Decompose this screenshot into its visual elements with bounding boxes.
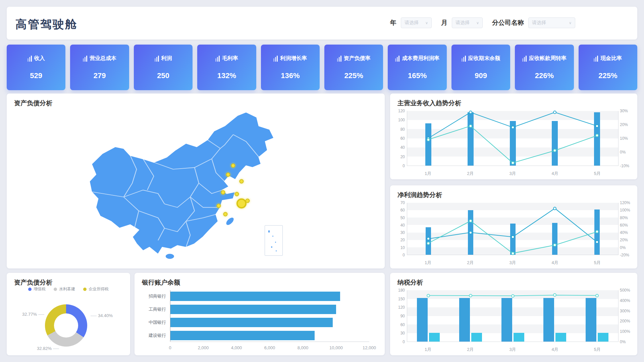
bank-balance-bar [170, 318, 333, 327]
left-axis-ticks: 1801501209060300 [392, 288, 405, 344]
bank-name-label: 中国银行 [143, 319, 166, 325]
panel-title: 银行账户余额 [142, 278, 180, 287]
axis-tick: 100 [398, 118, 405, 122]
plot-area[interactable] [407, 290, 619, 342]
line-point-marker [595, 230, 599, 233]
legend-dot [83, 288, 87, 291]
city-marker[interactable] [239, 179, 244, 184]
kpi-card-value: 279 [70, 71, 129, 80]
axis-tick: 60 [400, 136, 405, 141]
axis-tick: 100% [620, 208, 630, 213]
kpi-card-title: 利润增长率 [280, 55, 307, 62]
china-outline [89, 112, 274, 254]
kpi-card-header: 利润 [134, 55, 193, 62]
bank-balance-panel: 银行账户余额 招商银行工商银行中国银行建设银行 02,0004,0006,000… [135, 273, 385, 355]
kpi-card-header: 现金比率 [579, 55, 637, 62]
x-axis-label: 1月 [425, 171, 431, 177]
bar-track [170, 292, 369, 301]
branch-filter-label: 分公司名称 [492, 18, 524, 27]
bank-balance-bar [170, 331, 315, 340]
city-marker[interactable] [231, 164, 235, 168]
axis-tick: 40% [620, 230, 628, 235]
line-point-marker [595, 294, 599, 297]
x-axis-label: 3月 [509, 260, 516, 266]
kpi-card-value: 225% [324, 71, 383, 80]
bank-row: 中国银行 [143, 318, 369, 327]
city-marker[interactable] [235, 192, 239, 196]
axis-tick: 400% [620, 298, 630, 303]
line-point-marker [595, 134, 599, 137]
legend-item[interactable]: 增值税 [28, 286, 46, 292]
kpi-card-title: 利润 [161, 55, 172, 62]
branch-select[interactable]: 请选择 ∨ [528, 17, 575, 28]
kpi-card: 利润增长率136% [261, 45, 320, 90]
net-profit-trend-panel: 净利润趋势分析 706050403020100120%100%80%60%40%… [390, 185, 637, 268]
kpi-card-value: 132% [197, 71, 256, 80]
axis-tick: 120% [620, 200, 630, 205]
city-marker[interactable] [221, 190, 225, 195]
left-axis-ticks: 120100806040200 [392, 109, 405, 168]
plot-area[interactable] [407, 111, 619, 166]
kpi-card: 应收帐款周转率226% [515, 45, 574, 90]
kpi-card-title: 收入 [34, 55, 45, 62]
plot-area[interactable] [407, 203, 619, 255]
south-china-sea-inset [265, 225, 283, 256]
line-point-marker [511, 294, 515, 298]
year-select-placeholder: 请选择 [405, 20, 419, 26]
bar-chart-icon [155, 56, 159, 62]
city-marker-large[interactable] [236, 198, 247, 208]
trend-lines [407, 290, 618, 342]
x-axis-label: 2月 [467, 171, 474, 177]
legend-item[interactable]: 水利基建 [54, 286, 75, 292]
panel-title: 资产负债分析 [14, 278, 52, 287]
kpi-card-header: 成本费用利润率 [388, 55, 446, 62]
kpi-card-title: 成本费用利润率 [402, 55, 439, 62]
axis-tick: 4,000 [231, 345, 242, 350]
city-marker[interactable] [223, 212, 228, 217]
revenue-trend-panel: 主营业务收入趋势分析 12010080604020030%20%10%0%-10… [390, 94, 637, 179]
axis-tick: 0 [402, 340, 405, 344]
chevron-down-icon: ∨ [425, 21, 428, 25]
kpi-card-value: 136% [261, 71, 320, 80]
filter-bar: 年 请选择 ∨ 月 请选择 ∨ 分公司名称 请选择 ∨ [390, 17, 575, 28]
tax-analysis-chart[interactable]: 1801501209060300500%400%300%200%100%0%1月… [390, 273, 637, 355]
x-axis-label: 4月 [552, 347, 558, 353]
line-point-marker [595, 240, 599, 244]
bar-chart-icon [83, 56, 87, 62]
right-axis-ticks: 500%400%300%200%100%0% [620, 288, 635, 344]
month-select-placeholder: 请选择 [455, 20, 470, 26]
axis-tick: 200% [620, 319, 630, 323]
kpi-card-row: 收入529营业总成本279利润250毛利率132%利润增长率136%资产负债率2… [7, 45, 637, 90]
donut-legend[interactable]: 增值税水利基建企业所得税 [7, 286, 130, 292]
donut-label-yellow: 32.77% [22, 312, 46, 317]
line-point-marker [469, 111, 472, 114]
line-point-marker [553, 207, 556, 210]
donut-chart[interactable] [45, 304, 87, 347]
kpi-card: 利润250 [134, 45, 193, 90]
axis-tick: 0% [620, 245, 626, 250]
line-point-marker [427, 242, 430, 245]
city-marker[interactable] [217, 204, 221, 208]
legend-item[interactable]: 企业所得税 [83, 286, 109, 292]
bank-bar-chart[interactable]: 招商银行工商银行中国银行建设银行 [143, 292, 369, 340]
axis-tick: 60 [400, 322, 405, 327]
kpi-card-header: 毛利率 [197, 55, 256, 62]
x-axis-label: 4月 [552, 260, 558, 266]
kpi-card-header: 应收期末余额 [451, 55, 510, 62]
x-axis-label: 1月 [425, 347, 431, 353]
kpi-card: 营业总成本279 [70, 45, 129, 90]
bar-chart-icon [522, 56, 527, 62]
donut-label-gray: 32.82% [37, 346, 60, 351]
line-point-marker [469, 294, 472, 297]
branch-select-placeholder: 请选择 [532, 20, 546, 26]
legend-label: 水利基建 [59, 286, 75, 292]
city-marker[interactable] [226, 173, 230, 177]
x-axis-labels: 1月2月3月4月5月 [407, 171, 619, 177]
kpi-card-value: 225% [579, 71, 637, 80]
month-select[interactable]: 请选择 ∨ [452, 17, 483, 28]
x-axis-labels: 1月2月3月4月5月 [407, 260, 619, 266]
taiwan-island [224, 216, 236, 226]
bar-track [170, 305, 369, 314]
kpi-card-title: 现金比率 [600, 55, 622, 62]
year-select[interactable]: 请选择 ∨ [401, 17, 432, 28]
